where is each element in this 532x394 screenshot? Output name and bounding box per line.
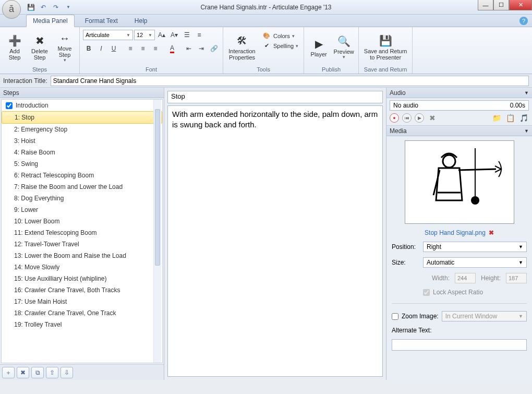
zoom-image-checkbox[interactable] (392, 313, 398, 320)
step-item[interactable]: 17: Use Main Hoist (2, 296, 162, 307)
delete-media-icon[interactable]: ✖ (489, 229, 494, 236)
play-button[interactable]: ▶ (415, 113, 424, 123)
position-select[interactable]: Right▼ (423, 242, 527, 252)
alternate-text-input[interactable] (392, 339, 527, 351)
italic-button[interactable]: I (95, 43, 107, 54)
dimensions-row: Width: 244 Height: 187 (392, 273, 527, 283)
save-return-icon: 💾 (379, 33, 392, 48)
media-filename-row: Stop Hand Signal.png ✖ (392, 229, 527, 236)
step-item[interactable]: 11: Extend Telescoping Boom (2, 227, 162, 238)
step-item[interactable]: 19: Trolley Travel (2, 319, 162, 330)
scrollbar[interactable] (153, 100, 161, 363)
audio-editor-icon[interactable]: 🎵 (518, 113, 529, 123)
ribbon-group-font: Articulate▼ 12▼ A▴ A▾ ☰ ≡ B I U ≡ ≡ ≡ A (80, 27, 223, 74)
move-down-icon[interactable]: ⇩ (61, 367, 73, 378)
numbering-icon[interactable]: ≡ (194, 29, 205, 41)
delete-step-label: Delete Step (29, 48, 51, 61)
record-button[interactable]: ● (390, 113, 399, 123)
step-item[interactable]: 2: Emergency Stop (2, 124, 162, 135)
redo-icon[interactable]: ↷ (51, 3, 61, 12)
underline-button[interactable]: U (108, 43, 119, 54)
player-button[interactable]: ▶ Player (307, 29, 330, 64)
step-item[interactable]: 6: Retract Telescoping Boom (2, 170, 162, 181)
step-item[interactable]: 10: Lower Boom (2, 216, 162, 227)
import-audio-icon[interactable]: 📁 (491, 113, 502, 123)
step-item[interactable]: 16: Crawler Crane Travel, Both Tracks (2, 284, 162, 296)
duplicate-step-icon[interactable]: ⧉ (31, 367, 44, 378)
player-label: Player (311, 51, 327, 57)
font-color-icon[interactable]: A (166, 43, 178, 54)
increase-font-icon[interactable]: A▴ (156, 29, 167, 41)
bold-button[interactable]: B (83, 43, 94, 54)
step-item[interactable]: 9: Lower (2, 204, 162, 216)
align-center-icon[interactable]: ≡ (137, 43, 149, 54)
size-row: Size: Automatic▼ (392, 257, 527, 268)
introduction-checkbox[interactable] (6, 102, 13, 109)
media-filename[interactable]: Stop Hand Signal.png (425, 229, 486, 236)
font-size-combo[interactable]: 12▼ (134, 30, 155, 40)
step-item[interactable]: 4: Raise Boom (2, 147, 162, 158)
media-panel-header[interactable]: Media ▼ (386, 126, 532, 136)
save-icon[interactable]: 💾 (26, 3, 35, 12)
app-menu-orb[interactable]: ā (2, 0, 21, 19)
hyperlink-icon[interactable]: 🔗 (208, 43, 220, 54)
spelling-button[interactable]: ✔ Spelling (260, 41, 300, 50)
increase-indent-icon[interactable]: ⇥ (196, 43, 207, 54)
group-label-steps: Steps (3, 66, 76, 73)
tab-media-panel[interactable]: Media Panel (26, 15, 75, 27)
delete-step-button[interactable]: ✖ Delete Step (28, 29, 51, 64)
collapse-icon[interactable]: ▼ (524, 90, 529, 95)
step-item[interactable]: 3: Hoist (2, 135, 162, 147)
step-title-input[interactable]: Stop (167, 91, 383, 103)
preview-button[interactable]: 🔍 Preview (332, 29, 355, 64)
bullets-icon[interactable]: ☰ (181, 29, 192, 41)
step-item[interactable]: 12: Travel-Tower Travel (2, 238, 162, 250)
size-select[interactable]: Automatic▼ (423, 257, 527, 268)
new-step-icon[interactable]: ＋ (2, 367, 15, 378)
help-icon[interactable]: ? (519, 17, 528, 25)
step-item[interactable]: 14: Move Slowly (2, 261, 162, 273)
tab-format-text[interactable]: Format Text (79, 15, 124, 27)
scrollbar-thumb[interactable] (155, 109, 160, 266)
delete-audio-button[interactable]: ✖ (427, 113, 438, 123)
save-return-button[interactable]: 💾 Save and Return to Presenter (362, 29, 409, 64)
step-introduction[interactable]: Introduction (2, 100, 162, 111)
interaction-title-row: Interaction Title: (0, 74, 532, 88)
step-item[interactable]: 5: Swing (2, 158, 162, 170)
media-thumbnail[interactable] (405, 140, 514, 224)
align-right-icon[interactable]: ≡ (150, 43, 161, 54)
decrease-indent-icon[interactable]: ⇤ (183, 43, 195, 54)
step-item[interactable]: 1: Stop (2, 111, 162, 124)
delete-step-icon[interactable]: ✖ (17, 367, 29, 378)
step-body-textarea[interactable]: With arm extended horizontally to the si… (167, 105, 383, 377)
step-item[interactable]: 15: Use Auxilliary Hoist (whipline) (2, 273, 162, 284)
step-item[interactable]: 7: Raise the Boom and Lower the Load (2, 181, 162, 193)
decrease-font-icon[interactable]: A▾ (168, 29, 180, 41)
export-audio-icon[interactable]: 📋 (505, 113, 515, 123)
step-item[interactable]: 13: Lower the Boom and Raise the Load (2, 250, 162, 261)
minimize-button[interactable]: — (478, 0, 493, 10)
undo-icon[interactable]: ↶ (39, 3, 48, 12)
step-item[interactable]: 8: Dog Everything (2, 193, 162, 204)
move-step-button[interactable]: ↔ Move Step (53, 29, 76, 64)
editor-panel: Stop With arm extended horizontally to t… (164, 88, 386, 380)
font-name-combo[interactable]: Articulate▼ (83, 30, 133, 40)
collapse-icon[interactable]: ▼ (524, 128, 529, 134)
maximize-button[interactable]: ☐ (493, 0, 509, 10)
media-panel-title: Media (390, 127, 407, 135)
tab-help[interactable]: Help (128, 15, 154, 27)
svg-line-5 (458, 169, 496, 170)
interaction-properties-button[interactable]: 🛠 Interaction Properties (226, 29, 258, 64)
rewind-button[interactable]: ⏮ (402, 113, 412, 123)
step-item[interactable]: 18: Crawler Crane Travel, One Track (2, 307, 162, 319)
align-left-icon[interactable]: ≡ (125, 43, 136, 54)
colors-button[interactable]: 🎨 Colors (260, 31, 300, 40)
close-button[interactable]: ✕ (509, 0, 532, 10)
audio-panel-header[interactable]: Audio ▼ (386, 88, 532, 98)
steps-list[interactable]: Introduction 1: Stop2: Emergency Stop3: … (1, 99, 163, 363)
svg-point-1 (471, 196, 479, 205)
qat-dropdown-icon[interactable]: ▼ (64, 3, 73, 12)
move-up-icon[interactable]: ⇧ (46, 367, 58, 378)
add-step-button[interactable]: ➕ Add Step (3, 29, 26, 64)
interaction-title-input[interactable] (51, 76, 529, 86)
